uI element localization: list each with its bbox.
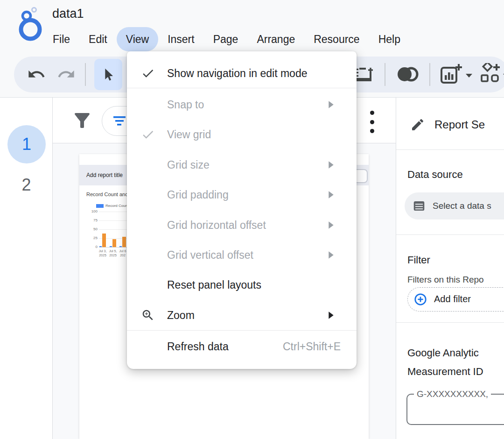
y-tick-75: 75 bbox=[83, 218, 98, 222]
chevron-down-icon bbox=[502, 73, 504, 78]
menubar-item-resource[interactable]: Resource bbox=[304, 27, 369, 51]
looker-studio-window: data1 File Edit View Insert Page Arrange… bbox=[0, 0, 504, 439]
filter-subheading: Filters on this Repo bbox=[407, 275, 484, 285]
page-nav-item-2[interactable]: 2 bbox=[0, 175, 53, 195]
add-chart-icon bbox=[440, 63, 464, 85]
kebab-menu-icon[interactable] bbox=[366, 111, 378, 133]
add-control-icon bbox=[479, 63, 503, 85]
menu-item-zoom[interactable]: Zoom bbox=[127, 300, 357, 330]
toolbar-separator bbox=[85, 63, 86, 86]
menubar-item-view[interactable]: View bbox=[117, 27, 158, 51]
menu-item-snap-to[interactable]: Snap to bbox=[127, 90, 357, 120]
bar-group-jul6 bbox=[119, 212, 126, 247]
bar-record-count bbox=[99, 246, 102, 247]
undo-button[interactable] bbox=[27, 65, 46, 85]
select-tool-button[interactable] bbox=[94, 59, 122, 90]
menubar: File Edit View Insert Page Arrange Resou… bbox=[43, 27, 410, 51]
filter-bar-icon bbox=[112, 116, 126, 129]
submenu-arrow-icon bbox=[328, 251, 334, 259]
submenu-arrow-icon bbox=[328, 312, 334, 319]
chart-title: Record Count and C bbox=[86, 191, 133, 197]
page-nav-item-1-active[interactable]: 1 bbox=[7, 125, 46, 163]
y-tick-100: 100 bbox=[83, 209, 98, 213]
bar-record-count bbox=[110, 246, 112, 247]
data-source-table-icon bbox=[412, 199, 426, 215]
menu-item-show-navigation[interactable]: Show navigation in edit mode bbox=[127, 59, 357, 88]
menubar-item-file[interactable]: File bbox=[43, 27, 79, 51]
add-filter-label: Add filter bbox=[434, 288, 471, 311]
blend-data-icon bbox=[395, 64, 421, 85]
menu-item-reset-panel-layouts[interactable]: Reset panel layouts bbox=[127, 270, 357, 300]
pencil-icon bbox=[410, 117, 425, 134]
panel-divider bbox=[396, 322, 504, 323]
submenu-arrow-icon bbox=[328, 221, 334, 229]
google-analytics-heading: Google Analytic Measurement ID bbox=[407, 344, 483, 381]
toolbar-separator bbox=[429, 63, 430, 86]
select-data-source-label: Select a data s bbox=[433, 192, 491, 220]
zoom-in-icon bbox=[141, 308, 167, 322]
menu-divider bbox=[127, 330, 357, 331]
x-tick-jul3: Jul 3,2025 bbox=[97, 249, 108, 257]
submenu-arrow-icon bbox=[328, 101, 334, 108]
legend-label: Record Count bbox=[105, 204, 128, 208]
page-number: 1 bbox=[22, 135, 31, 154]
menu-item-grid-vertical-offset[interactable]: Grid vertical offset bbox=[127, 240, 357, 270]
redo-icon bbox=[57, 65, 76, 84]
chevron-down-icon bbox=[465, 73, 473, 78]
add-control-button[interactable] bbox=[479, 63, 503, 86]
report-settings-panel: Report Se Data source Select a data s Fi… bbox=[396, 98, 504, 439]
bar-series2 bbox=[112, 239, 116, 247]
menu-item-view-grid[interactable]: View grid bbox=[127, 120, 357, 149]
add-page-icon bbox=[355, 64, 376, 84]
select-data-source-button[interactable]: Select a data s bbox=[405, 192, 504, 220]
check-icon bbox=[141, 66, 167, 80]
add-page-button[interactable] bbox=[355, 64, 376, 85]
bar-series2 bbox=[122, 237, 126, 247]
blend-data-button[interactable] bbox=[395, 64, 421, 86]
submenu-arrow-icon bbox=[328, 191, 334, 198]
menubar-item-arrange[interactable]: Arrange bbox=[247, 27, 304, 51]
data-source-heading: Data source bbox=[407, 169, 463, 181]
add-circle-icon bbox=[413, 292, 427, 308]
menu-item-grid-padding[interactable]: Grid padding bbox=[127, 180, 357, 210]
bar-series2 bbox=[102, 234, 106, 247]
document-title[interactable]: data1 bbox=[52, 7, 84, 21]
add-filter-button[interactable]: Add filter bbox=[407, 287, 504, 312]
pages-sidebar: 1 2 bbox=[0, 98, 53, 439]
toolbar-separator bbox=[385, 63, 385, 86]
redo-button[interactable] bbox=[57, 65, 76, 85]
panel-divider bbox=[396, 234, 504, 235]
menubar-item-help[interactable]: Help bbox=[369, 27, 410, 51]
menu-item-refresh-data[interactable]: Refresh data Ctrl+Shift+E bbox=[127, 332, 357, 361]
select-cursor-icon bbox=[101, 67, 116, 83]
menubar-item-page[interactable]: Page bbox=[204, 27, 248, 51]
menubar-item-insert[interactable]: Insert bbox=[158, 27, 204, 51]
menubar-item-edit[interactable]: Edit bbox=[79, 27, 117, 51]
legend-swatch-record-count bbox=[96, 204, 104, 208]
filter-funnel-icon[interactable] bbox=[71, 109, 93, 134]
panel-divider bbox=[396, 149, 504, 150]
add-chart-button[interactable] bbox=[440, 63, 464, 86]
add-control-caret[interactable] bbox=[502, 72, 504, 80]
add-chart-caret[interactable] bbox=[465, 72, 473, 80]
measurement-id-label: G-XXXXXXXXXX, bbox=[414, 389, 491, 399]
submenu-arrow-icon bbox=[328, 161, 334, 169]
bar-group-jul3 bbox=[99, 212, 106, 247]
bar-group-jul5 bbox=[109, 212, 117, 247]
report-title-placeholder: Add report title bbox=[86, 165, 123, 185]
y-tick-25: 25 bbox=[83, 236, 98, 240]
panel-title: Report Se bbox=[434, 118, 485, 131]
y-tick-50: 50 bbox=[83, 227, 98, 231]
measurement-id-input[interactable]: G-XXXXXXXXXX, bbox=[406, 389, 504, 425]
menu-divider bbox=[127, 88, 357, 88]
filter-heading: Filter bbox=[407, 254, 430, 266]
y-tick-0: 0 bbox=[83, 245, 98, 249]
view-menu-dropdown: Show navigation in edit mode Snap to Vie… bbox=[127, 51, 357, 369]
keyboard-shortcut: Ctrl+Shift+E bbox=[283, 340, 341, 353]
menu-item-grid-horizontal-offset[interactable]: Grid horizontal offset bbox=[127, 210, 357, 240]
menu-item-grid-size[interactable]: Grid size bbox=[127, 150, 357, 180]
bar-record-count bbox=[119, 246, 122, 247]
undo-icon bbox=[27, 65, 46, 84]
check-icon bbox=[141, 127, 167, 142]
